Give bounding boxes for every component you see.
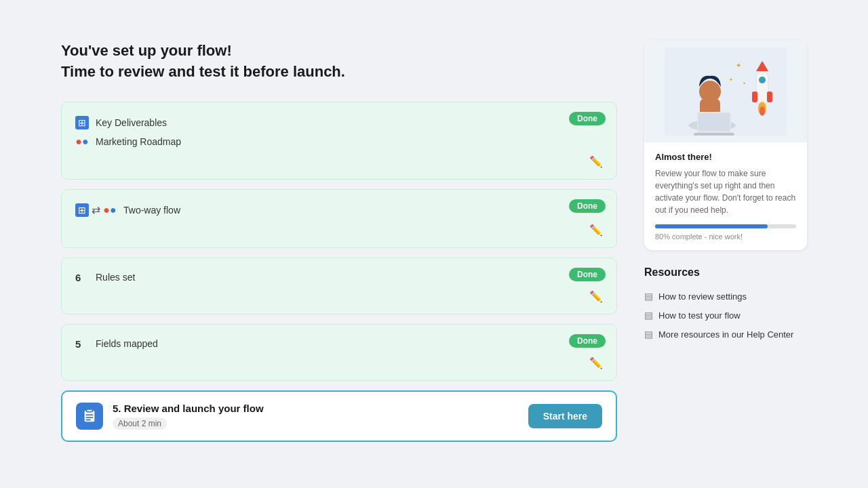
card-deliverables: Done Key Deliverables ●● Marketing Roadm… xyxy=(61,102,617,180)
label-marketing-roadmap: Marketing Roadmap xyxy=(96,136,181,147)
progress-bar-fill xyxy=(655,224,768,228)
card-rules: Done 6 Rules set ✏️ xyxy=(61,258,617,314)
resource-link-1[interactable]: How to review settings xyxy=(658,291,747,302)
svg-text:✦: ✦ xyxy=(736,62,741,69)
svg-rect-9 xyxy=(752,92,757,102)
people-icon-2: ●● xyxy=(103,203,117,217)
progress-label: 80% complete - nice work! xyxy=(655,232,796,241)
rules-number: 6 xyxy=(75,272,89,283)
svg-rect-6 xyxy=(694,133,734,136)
arrows-icon: ⇄ xyxy=(92,203,100,216)
label-two-way-flow: Two-way flow xyxy=(123,205,180,216)
edit-icon-2[interactable]: ✏️ xyxy=(589,224,603,237)
sidebar-illustration: ✦ ✦ ✦ xyxy=(644,41,807,142)
resource-icon-2: ▤ xyxy=(644,310,653,321)
resources-title: Resources xyxy=(644,266,807,279)
clipboard-icon xyxy=(76,403,103,430)
done-badge-1: Done xyxy=(569,112,606,125)
done-badge-4: Done xyxy=(569,334,606,348)
svg-point-13 xyxy=(760,106,765,116)
page-title: You've set up your flow! Time to review … xyxy=(61,41,617,83)
resources-section: Resources ▤ How to review settings ▤ How… xyxy=(644,266,807,344)
launch-title: 5. Review and launch your flow xyxy=(113,403,519,414)
card-row-2: ●● Marketing Roadmap xyxy=(75,132,603,151)
card-row-two-way: ⇄ ●● Two-way flow xyxy=(75,201,603,220)
sidebar: ✦ ✦ ✦ Almost there! Review your flow to … xyxy=(644,41,807,451)
fields-number: 5 xyxy=(75,338,89,350)
svg-rect-7 xyxy=(756,71,768,105)
edit-icon-1[interactable]: ✏️ xyxy=(589,155,603,168)
svg-text:✦: ✦ xyxy=(743,81,746,85)
start-here-button[interactable]: Start here xyxy=(528,404,602,428)
main-content: You've set up your flow! Time to review … xyxy=(61,41,617,451)
sidebar-text: Almost there! Review your flow to make s… xyxy=(644,142,807,250)
sidebar-almost-title: Almost there! xyxy=(655,152,796,162)
edit-icon-3[interactable]: ✏️ xyxy=(589,290,603,303)
resource-item-2[interactable]: ▤ How to test your flow xyxy=(644,306,807,325)
resource-item-1[interactable]: ▤ How to review settings xyxy=(644,287,807,306)
grid-icon-2 xyxy=(75,203,89,217)
svg-text:✦: ✦ xyxy=(729,77,733,82)
resource-icon-1: ▤ xyxy=(644,291,653,302)
people-icon-1: ●● xyxy=(75,135,89,148)
label-key-deliverables: Key Deliverables xyxy=(96,117,167,128)
card-fields: Done 5 Fields mapped ✏️ xyxy=(61,324,617,381)
launch-card: 5. Review and launch your flow About 2 m… xyxy=(61,390,617,442)
page-wrapper: You've set up your flow! Time to review … xyxy=(61,41,807,451)
progress-bar-background xyxy=(655,224,796,228)
resource-link-2[interactable]: How to test your flow xyxy=(658,310,741,321)
two-flow-icons: ⇄ ●● xyxy=(75,203,117,217)
svg-point-3 xyxy=(699,81,721,102)
edit-icon-4[interactable]: ✏️ xyxy=(589,357,603,369)
card-row-fields: 5 Fields mapped xyxy=(75,336,603,352)
resource-icon-3: ▤ xyxy=(644,329,653,340)
card-row-1: Key Deliverables xyxy=(75,113,603,132)
svg-rect-5 xyxy=(698,113,730,131)
sidebar-description: Review your flow to make sure everything… xyxy=(655,167,796,216)
label-rules-set: Rules set xyxy=(96,272,135,283)
sidebar-illustration-card: ✦ ✦ ✦ Almost there! Review your flow to … xyxy=(644,41,807,250)
grid-icon-1 xyxy=(75,116,89,129)
launch-time: About 2 min xyxy=(113,418,167,430)
label-fields-mapped: Fields mapped xyxy=(96,338,158,349)
illustration-svg: ✦ ✦ ✦ xyxy=(665,47,787,136)
launch-info: 5. Review and launch your flow About 2 m… xyxy=(113,403,519,430)
svg-rect-10 xyxy=(767,92,772,102)
done-badge-3: Done xyxy=(569,268,606,281)
resource-item-3[interactable]: ▤ More resources in our Help Center xyxy=(644,325,807,344)
card-row-rules: 6 Rules set xyxy=(75,269,603,286)
card-two-way: Done ⇄ ●● Two-way flow ✏️ xyxy=(61,189,617,248)
resource-link-3[interactable]: More resources in our Help Center xyxy=(658,329,793,340)
done-badge-2: Done xyxy=(569,199,606,213)
svg-point-11 xyxy=(759,77,766,83)
